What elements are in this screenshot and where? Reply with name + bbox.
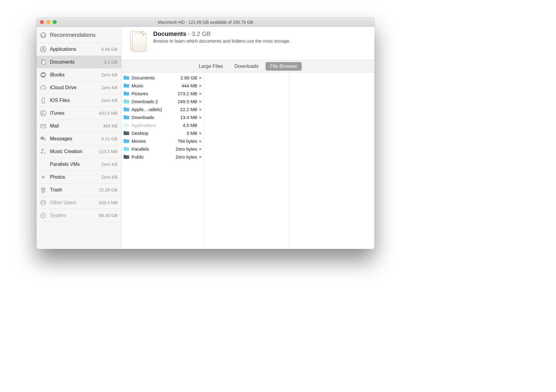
browser-row[interactable]: Downloads 2249.5 MB▶: [121, 97, 204, 105]
browser-row-name: Downloads 2: [132, 99, 175, 104]
docs-icon: [39, 58, 47, 66]
chevron-right-icon: ▶: [199, 115, 203, 119]
trash-icon: [39, 186, 47, 194]
sidebar-item-size: 464 KB: [103, 124, 118, 128]
sidebar-item-parallels-vms[interactable]: Parallels VMsZero KB: [37, 158, 121, 171]
svg-rect-5: [42, 60, 45, 65]
sidebar-item-mail[interactable]: Mail464 KB: [37, 120, 121, 132]
chevron-right-icon: ▶: [199, 100, 203, 103]
sidebar-item-applications[interactable]: Applications5.98 GB: [37, 43, 121, 56]
browser-row-size: 444 MB: [181, 83, 197, 88]
tab-bar: Large FilesDownloadsFile Browser: [121, 60, 375, 72]
sidebar-item-size: 88.43 GB: [99, 213, 118, 218]
storage-management-window: Macintosh HD - 121.09 GB available of 25…: [37, 18, 375, 249]
chevron-right-icon: ▶: [199, 155, 203, 159]
sidebar-item-itunes[interactable]: iTunes420.5 MB: [37, 107, 121, 120]
documents-icon: [130, 31, 148, 53]
sidebar-item-size: Zero KB: [101, 98, 118, 103]
browser-row-size: 273.2 MB: [178, 91, 197, 96]
svg-point-26: [42, 201, 44, 203]
sidebar-item-label: Applications: [50, 47, 101, 52]
sidebar-item-size: 3.2 GB: [104, 60, 118, 65]
zoom-window-button[interactable]: [53, 20, 57, 24]
browser-column-2[interactable]: [204, 72, 290, 249]
browser-row[interactable]: Applic…rallels)22.2 MB▶: [121, 105, 204, 113]
svg-rect-33: [124, 108, 129, 111]
svg-rect-30: [124, 85, 129, 88]
browser-column-1[interactable]: Documents2.89 GB▶Music444 MB▶Pictures273…: [121, 72, 204, 249]
svg-point-28: [43, 215, 44, 216]
browser-row-size: 764 bytes: [178, 138, 197, 144]
browser-row[interactable]: Downloads13.4 MB▶: [121, 113, 204, 121]
browser-row[interactable]: Applications4.5 MB: [121, 121, 204, 129]
svg-rect-18: [44, 153, 44, 154]
sidebar-item-size: 6.11 GB: [101, 136, 118, 141]
browser-row[interactable]: Documents2.89 GB▶: [121, 74, 204, 82]
tab-downloads[interactable]: Downloads: [230, 62, 263, 71]
sidebar-item-ios-files[interactable]: iOS FilesZero KB: [37, 94, 121, 107]
sidebar-item-icloud-drive[interactable]: iCloud DriveZero KB: [37, 81, 121, 94]
folder-icon: [123, 154, 129, 159]
folder-icon: [123, 146, 129, 151]
detail-size: - 3.2 GB: [186, 30, 211, 37]
sidebar-item-system[interactable]: System88.43 GB: [37, 209, 121, 222]
tab-large-files[interactable]: Large Files: [194, 62, 227, 71]
sidebar-item-recommendations[interactable]: Recommendations: [37, 28, 121, 43]
sidebar-item-label: iTunes: [50, 110, 99, 116]
svg-point-10: [42, 114, 43, 115]
chevron-right-icon: ▶: [199, 76, 203, 80]
browser-row-size: 22.2 MB: [180, 107, 197, 112]
browser-row[interactable]: ParallelsZero bytes▶: [121, 145, 204, 153]
system-icon: [39, 212, 47, 219]
tab-file-browser[interactable]: File Browser: [266, 62, 302, 71]
sidebar-item-ibooks[interactable]: iBooksZero KB: [37, 68, 121, 81]
browser-row[interactable]: Music444 MB▶: [121, 82, 204, 89]
window-body: Recommendations Applications5.98 GBDocum…: [37, 27, 375, 249]
sidebar-item-other-users[interactable]: Other Users333.4 MB: [37, 196, 121, 209]
folder-icon: [123, 138, 129, 143]
sidebar-item-messages[interactable]: Messages6.11 GB: [37, 132, 121, 145]
browser-row-size: Zero bytes: [176, 146, 197, 152]
sidebar-item-label: iOS Files: [50, 98, 101, 103]
iphone-icon: [39, 96, 47, 104]
svg-rect-17: [44, 153, 44, 154]
browser-row-size: 249.5 MB: [178, 99, 197, 104]
close-window-button[interactable]: [40, 20, 44, 24]
chevron-right-icon: ▶: [199, 84, 203, 88]
browser-column-3[interactable]: [289, 72, 375, 249]
svg-rect-24: [41, 188, 45, 188]
sidebar-item-documents[interactable]: Documents3.2 GB: [37, 56, 121, 68]
mail-icon: [39, 122, 47, 130]
sidebar: Recommendations Applications5.98 GBDocum…: [37, 27, 121, 249]
window-title: Macintosh HD - 121.09 GB available of 25…: [37, 20, 375, 25]
sidebar-item-size: Zero KB: [101, 85, 118, 90]
svg-rect-35: [124, 124, 129, 127]
sidebar-item-size: 420.5 MB: [99, 111, 118, 116]
minimize-window-button[interactable]: [46, 20, 50, 24]
sidebar-item-trash[interactable]: Trash22.28 GB: [37, 184, 121, 196]
sidebar-item-label: Other Users: [50, 200, 99, 205]
browser-row[interactable]: Movies764 bytes▶: [121, 137, 204, 145]
browser-row-name: Parallels: [132, 146, 173, 152]
folder-icon: [123, 99, 129, 104]
chevron-right-icon: ▶: [199, 107, 203, 111]
browser-row[interactable]: PublicZero bytes▶: [121, 153, 204, 161]
sidebar-item-size: 110.3 MB: [99, 149, 118, 154]
sidebar-item-music-creation[interactable]: Music Creation110.3 MB: [37, 145, 121, 158]
browser-row-name: Desktop: [132, 131, 184, 136]
users-icon: [39, 199, 47, 207]
detail-header-text: Documents - 3.2 GB Browse to learn which…: [153, 30, 290, 60]
svg-point-1: [42, 33, 44, 36]
sidebar-item-photos[interactable]: PhotosZero KB: [37, 171, 121, 184]
browser-row[interactable]: Desktop3 MB▶: [121, 129, 204, 137]
sidebar-item-label: Parallels VMs: [50, 162, 101, 167]
sidebar-item-label: iBooks: [50, 72, 101, 78]
sidebar-item-size: 333.4 MB: [99, 200, 118, 205]
browser-row[interactable]: Pictures273.2 MB▶: [121, 89, 204, 97]
browser-row-size: 2.89 GB: [181, 75, 197, 80]
svg-rect-2: [43, 35, 44, 37]
sidebar-item-label: Photos: [50, 174, 101, 180]
sidebar-item-label: iCloud Drive: [50, 85, 101, 90]
sidebar-item-label: Trash: [50, 187, 99, 193]
svg-rect-38: [124, 148, 129, 151]
